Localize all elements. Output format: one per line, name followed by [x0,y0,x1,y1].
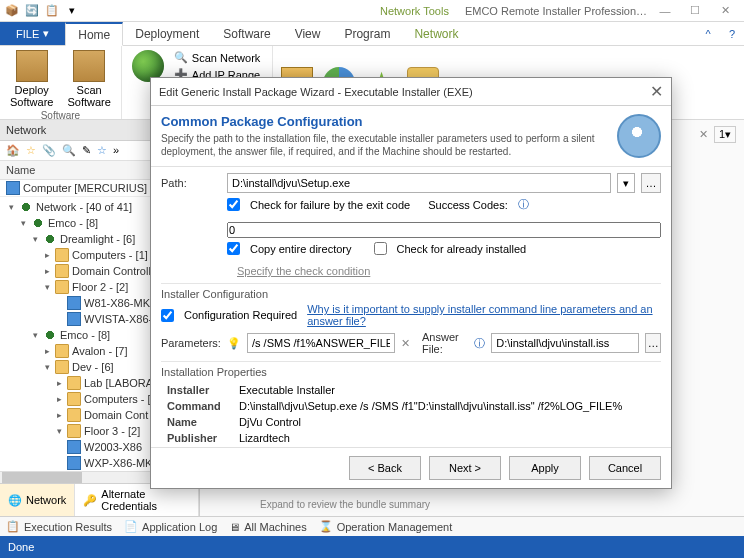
tab-network-bottom[interactable]: 🌐Network [0,484,75,516]
expand-icon[interactable]: ▾ [30,234,40,244]
net-icon [19,200,33,214]
dialog-heading: Common Package Configuration [161,114,609,129]
path-browse-button[interactable]: … [641,173,661,193]
copy-dir-row: Copy entire directory Check for already … [161,242,661,277]
chevron-down-icon: ▾ [43,27,49,40]
qat-dropdown-icon[interactable]: ▾ [64,3,80,19]
expand-icon[interactable] [54,314,64,324]
ribbon-collapse-icon[interactable]: ^ [696,22,720,45]
star-outline-icon[interactable]: ☆ [26,144,36,157]
dialog-titlebar: Edit Generic Install Package Wizard - Ex… [151,78,671,106]
clear-params-icon[interactable]: ✕ [401,337,410,350]
answer-file-browse-button[interactable]: … [645,333,661,353]
home-icon[interactable]: 🏠 [6,144,20,157]
more-icon[interactable]: » [113,144,119,157]
screen-icon [67,456,81,470]
properties-table: InstallerExecutable Installer CommandD:\… [161,381,661,447]
footer-execution-results[interactable]: 📋Execution Results [6,520,112,533]
dialog-footer: < Back Next > Apply Cancel [151,447,671,488]
tab-home[interactable]: Home [65,22,123,46]
clip-icon[interactable]: 📎 [42,144,56,157]
minimize-button[interactable]: — [650,1,680,21]
tab-software[interactable]: Software [211,22,282,45]
folder-icon [55,264,69,278]
info-icon[interactable]: ⓘ [518,197,529,212]
expand-icon[interactable]: ▾ [6,202,16,212]
expand-icon[interactable]: ▸ [42,266,52,276]
check-installed-checkbox[interactable] [374,242,387,255]
status-bar: Done [0,536,744,558]
qat-icon-1[interactable]: 🔄 [24,3,40,19]
tab-view[interactable]: View [283,22,333,45]
folder-icon [67,424,81,438]
why-link[interactable]: Why is it important to supply installer … [307,303,661,327]
parameters-input[interactable] [247,333,395,353]
maximize-button[interactable]: ☐ [680,1,710,21]
expand-icon[interactable]: ▾ [54,426,64,436]
close-button[interactable]: ✕ [710,1,740,21]
expand-icon[interactable] [54,442,64,452]
expand-icon[interactable] [54,298,64,308]
next-button[interactable]: Next > [429,456,501,480]
box-scan-icon [73,50,105,82]
install-props-group: Installation Properties InstallerExecuta… [161,361,661,447]
dialog-description: Specify the path to the installation fil… [161,132,609,158]
scan-icon: 🔍 [174,51,188,64]
tab-program[interactable]: Program [332,22,402,45]
footer-all-machines[interactable]: 🖥All Machines [229,521,306,533]
expand-icon[interactable]: ▾ [42,362,52,372]
config-required-checkbox[interactable] [161,309,174,322]
file-tab[interactable]: FILE ▾ [0,22,65,45]
window-buttons: — ☐ ✕ [650,1,740,21]
expand-icon[interactable] [54,458,64,468]
folder-icon [55,280,69,294]
box-icon [16,50,48,82]
scan-software-button[interactable]: Scan Software [63,48,114,110]
copy-dir-checkbox[interactable] [227,242,240,255]
expand-icon[interactable]: ▾ [30,330,40,340]
apply-button[interactable]: Apply [509,456,581,480]
scan-network-button[interactable]: 🔍Scan Network [170,50,264,65]
answer-file-input[interactable] [491,333,639,353]
dialog-header: Common Package Configuration Specify the… [151,106,671,167]
net-icon [43,328,57,342]
tab-network[interactable]: Network [402,22,470,45]
expand-icon[interactable]: ▾ [18,218,28,228]
deploy-software-button[interactable]: Deploy Software [6,48,57,110]
path-input[interactable] [227,173,611,193]
cancel-button[interactable]: Cancel [589,456,661,480]
expand-icon[interactable]: ▸ [54,378,64,388]
log-icon: 📄 [124,520,138,533]
path-label: Path: [161,177,221,189]
expand-icon[interactable]: ▸ [42,250,52,260]
specify-condition-link[interactable]: Specify the check condition [237,265,370,277]
dialog-close-icon[interactable]: ✕ [650,82,663,101]
path-dropdown-icon[interactable]: ▾ [617,173,635,193]
close-panel-icon[interactable]: ✕ [699,128,708,141]
star-blue-icon[interactable]: ☆ [97,144,107,157]
footer-operation-management[interactable]: ⌛Operation Management [319,520,453,533]
footer-application-log[interactable]: 📄Application Log [124,520,217,533]
expand-icon[interactable]: ▸ [54,410,64,420]
expand-icon[interactable]: ▸ [54,394,64,404]
back-button[interactable]: < Back [349,456,421,480]
titlebar: 📦 🔄 📋 ▾ Network Tools EMCO Remote Instal… [0,0,744,22]
list-icon: 📋 [6,520,20,533]
qat-icon-2[interactable]: 📋 [44,3,60,19]
path-row: Path: ▾ … [161,173,661,193]
expand-icon[interactable]: ▸ [42,346,52,356]
check-failure-row: Check for failure by the exit code Succe… [161,197,661,238]
tab-deployment[interactable]: Deployment [123,22,211,45]
edit-icon[interactable]: ✎ [82,144,91,157]
pager-icon[interactable]: 1▾ [714,126,736,143]
help-icon[interactable]: ? [720,22,744,45]
network-icon: 🌐 [8,494,22,507]
expand-icon[interactable]: ▾ [42,282,52,292]
info-icon-2[interactable]: ⓘ [474,336,485,351]
cd-icon [617,114,661,158]
success-codes-input[interactable] [227,222,661,238]
search-icon[interactable]: 🔍 [62,144,76,157]
folder-icon [67,376,81,390]
check-failure-checkbox[interactable] [227,198,240,211]
bulb-icon[interactable]: 💡 [227,337,241,350]
